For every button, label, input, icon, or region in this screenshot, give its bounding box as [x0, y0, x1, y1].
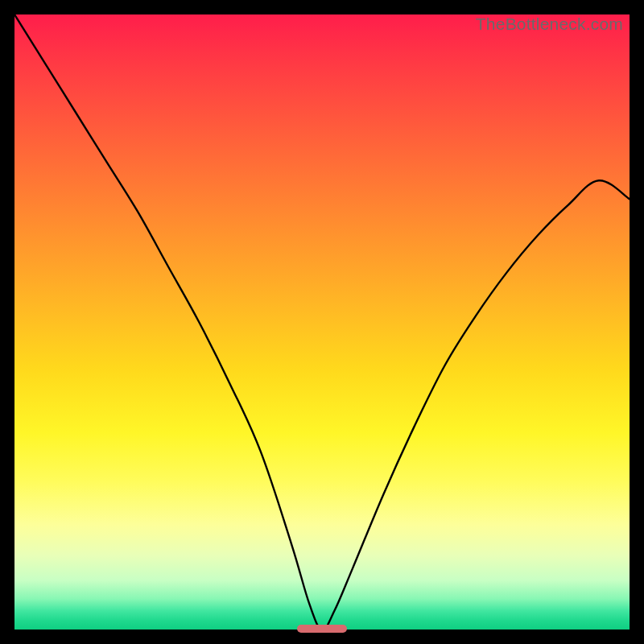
bottleneck-curve [14, 14, 630, 630]
chart-frame: TheBottleneck.com [0, 0, 644, 644]
plot-area: TheBottleneck.com [14, 14, 630, 630]
optimal-range-marker [297, 625, 346, 633]
